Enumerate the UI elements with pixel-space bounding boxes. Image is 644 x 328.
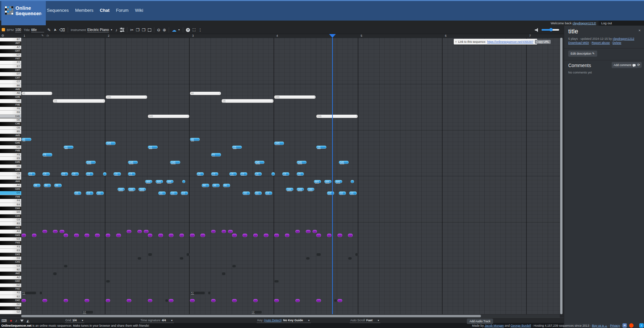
nav-link-members[interactable]: Members [75,8,93,13]
piano-key-G#5[interactable]: G#5 [0,141,21,145]
piano-key-A#7[interactable]: A#7 [0,41,21,45]
note-D3[interactable] [348,257,352,260]
note-D#5[interactable]: D#5 [170,161,180,164]
note-G4[interactable]: G4 [86,191,93,195]
piano-key-E6[interactable]: E6 [0,111,21,114]
piano-key-E2[interactable]: E2 [0,295,21,299]
note-D#2[interactable] [334,299,337,302]
piano-key-A#2[interactable]: A#2 [0,272,21,275]
piano-key-F#7[interactable]: F#7 [0,57,21,61]
nav-link-wiki[interactable]: Wiki [135,8,143,13]
note-D#2[interactable] [190,299,195,302]
piano-key-C#2[interactable]: C#2 [0,306,21,310]
note-G4[interactable]: G4 [255,191,262,195]
note-D#2[interactable] [169,299,173,302]
logo[interactable]: Online Sequencer Make music online [1,1,46,25]
keyboard-icon[interactable]: ⌨ [1,319,7,323]
cut-icon[interactable]: ✂ [130,28,133,32]
note-C5[interactable]: C5 [114,172,121,175]
record-icon[interactable]: ● [10,318,12,323]
title-input[interactable]: title [31,28,44,32]
note-A3[interactable] [42,230,47,233]
note-G#3[interactable] [337,234,342,237]
overflow-menu-icon[interactable]: ⋮ [198,28,202,32]
note-D#6[interactable]: D#6 [148,115,189,118]
note-G4[interactable]: G4 [243,191,250,195]
piano-key-D#2[interactable]: D#2 [0,299,21,302]
midi-input-icon[interactable]: ♪ [15,319,17,323]
note-F2[interactable]: F2 [190,291,205,294]
note-A4[interactable]: A4 [44,184,51,187]
sequence-url-link[interactable]: https://onlinesequencer.net/4355307 [487,40,534,43]
note-G#3[interactable] [22,234,26,237]
note-A#4[interactable]: A#4 [335,180,342,183]
note-D#2[interactable] [127,299,131,302]
piano-key-D3[interactable]: D3 [0,257,21,260]
note-D#2[interactable] [22,299,26,302]
piano-key-C2[interactable]: C2 [0,310,21,314]
note-C5[interactable]: C5 [86,172,93,175]
piano-key-D#3[interactable]: D#3 [0,253,21,257]
piano-key-A7[interactable]: A7 [0,46,21,49]
note-C5[interactable]: C5 [28,172,35,175]
piano-key-F#3[interactable]: F#3 [0,241,21,245]
note-G#3[interactable] [327,234,332,237]
note-D#2[interactable] [64,299,68,302]
zoom-out-icon[interactable]: ⊖ [157,28,160,32]
note-D#2[interactable] [337,299,342,302]
note-D#3[interactable] [148,253,153,256]
piano-key-C7[interactable]: C7 [0,80,21,84]
note-D#5[interactable]: D#5 [86,161,96,164]
note-A4[interactable]: A4 [223,184,230,187]
note-F2[interactable] [208,291,211,294]
note-D#3[interactable] [316,253,321,256]
piano-key-G#3[interactable]: G#3 [0,234,21,237]
help-icon[interactable]: ? [186,28,190,32]
author-link-jacob[interactable]: Jacob Morgan [485,324,504,327]
note-G#3[interactable] [285,234,290,237]
note-G#4[interactable]: G#4 [128,188,135,191]
note-D#3[interactable] [355,253,358,256]
piano-key-E4[interactable]: E4 [0,203,21,207]
timeline-ruler[interactable]: ⚙ ✎ ◷ 1234567 [0,34,564,38]
piano-key-D2[interactable]: D2 [0,303,21,306]
copy-url-button[interactable]: Copy URL [535,40,551,44]
filter-icon[interactable] [20,320,24,322]
note-D3[interactable] [180,257,184,260]
note-A#4[interactable]: A#4 [166,180,173,183]
note-G#3[interactable] [253,234,258,237]
note-A3[interactable] [137,230,142,233]
note-G#3[interactable] [32,234,37,237]
note-A#4[interactable] [351,180,354,183]
note-G#3[interactable] [200,234,205,237]
piano-key-G#4[interactable]: G#4 [0,187,21,191]
piano-key-D7[interactable]: D7 [0,72,21,76]
piano-key-G5[interactable]: G5 [0,145,21,149]
piano-key-E3[interactable]: E3 [0,249,21,252]
piano-key-A2[interactable]: A2 [0,276,21,279]
piano-key-A#6[interactable]: A#6 [0,88,21,91]
toast-close-icon[interactable]: × [455,40,457,43]
piano-key-F#2[interactable]: F#2 [0,287,21,291]
piano-key-F#4[interactable]: F#4 [0,195,21,199]
piano-key-F2[interactable]: F2 [0,291,21,295]
piano-key-G#7[interactable]: G#7 [0,49,21,53]
note-D#2[interactable] [165,299,168,302]
metronome-icon[interactable]: ◭ [27,319,29,323]
paste-icon[interactable]: ❒ [142,28,146,32]
buy-coffee-link[interactable]: Buy us a ☕ [592,324,607,327]
piano-key-B3[interactable]: B3 [0,222,21,226]
instrument-color-swatch[interactable] [2,28,5,31]
note-G#3[interactable] [148,234,153,237]
edit-icon[interactable]: ✎ [47,28,51,32]
note-G#3[interactable] [264,234,268,237]
piano-key-A#3[interactable]: A#3 [0,226,21,230]
note-C5[interactable]: C5 [297,172,304,175]
note-G#3[interactable] [64,234,68,237]
piano-key-G7[interactable]: G7 [0,53,21,57]
note-A#4[interactable]: A#4 [145,180,152,183]
note-A3[interactable] [313,230,317,233]
note-G#6[interactable]: G#6 [274,95,316,99]
draw-mode-icon[interactable]: ✎ [41,34,44,37]
piano-key-D4[interactable]: D4 [0,210,21,214]
